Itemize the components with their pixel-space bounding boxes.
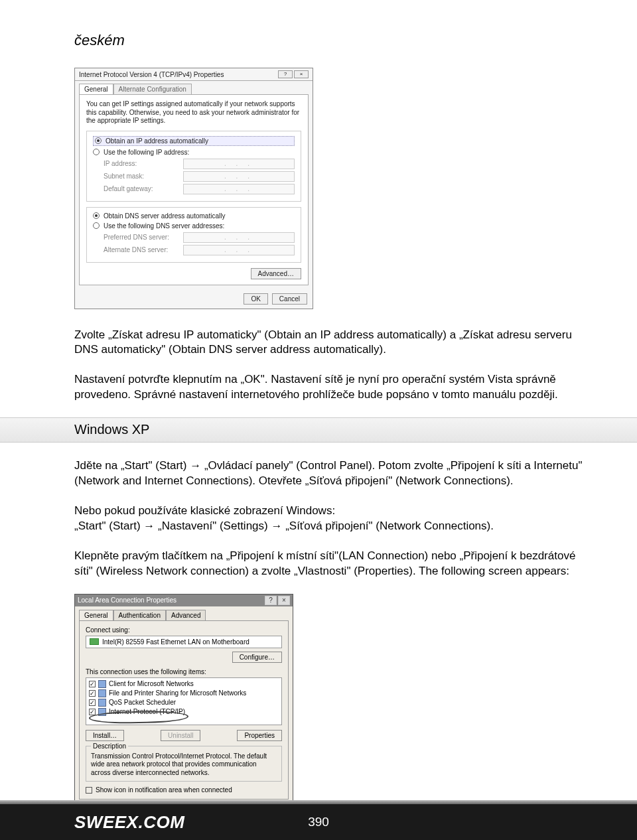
radio-icon (93, 149, 100, 155)
tab-general[interactable]: General (79, 610, 113, 620)
subnet-input[interactable]: . . . (183, 171, 295, 182)
list-item-label: QoS Packet Scheduler (109, 699, 176, 706)
checkbox-label: Show icon in notification area when conn… (96, 786, 232, 794)
dialog-title: Internet Protocol Version 4 (TCP/IPv4) P… (79, 71, 224, 78)
radio-use-ip[interactable]: Use the following IP address: (93, 149, 295, 156)
paragraph: Zvolte „Získat adresu IP automaticky" (O… (74, 328, 592, 358)
radio-label: Obtain an IP address automatically (106, 137, 208, 145)
component-icon (98, 680, 106, 688)
tcpip-properties-dialog: Internet Protocol Version 4 (TCP/IPv4) P… (74, 68, 313, 309)
ip-input[interactable]: . . . (183, 159, 295, 169)
show-icon-checkbox[interactable]: Show icon in notification area when conn… (86, 786, 282, 794)
section-title: Windows XP (74, 422, 637, 437)
language-header: českém (74, 32, 592, 49)
paragraph: Nebo pokud používáte klasické zobrazení … (74, 504, 592, 534)
text: Nebo pokud používáte klasické zobrazení … (74, 504, 335, 517)
radio-icon (93, 222, 100, 229)
paragraph: Klepněte pravým tlačítkem na „Připojení … (74, 549, 592, 579)
label-ip: IP address: (104, 160, 183, 167)
checkbox-icon[interactable] (89, 681, 96, 687)
description-group: Description Transmission Control Protoco… (86, 746, 282, 782)
configure-button[interactable]: Configure… (232, 652, 282, 663)
radio-label: Use the following DNS server addresses: (104, 222, 224, 230)
label-subnet: Subnet mask: (104, 173, 183, 180)
tab-authentication[interactable]: Authentication (113, 610, 166, 620)
dns-group: Obtain DNS server address automatically … (86, 207, 301, 263)
text: „Start" (Start) → „Nastavení" (Settings)… (74, 520, 494, 532)
component-icon (98, 689, 106, 697)
help-icon[interactable]: ? (265, 596, 277, 605)
radio-auto-ip[interactable]: Obtain an IP address automatically (93, 136, 295, 146)
pdns-input[interactable]: . . . (183, 232, 295, 243)
uninstall-button[interactable]: Uninstall (161, 730, 200, 741)
tab-advanced[interactable]: Advanced (166, 610, 206, 620)
uses-label: This connection uses the following items… (86, 668, 282, 675)
lan-properties-dialog: Local Area Connection Properties ? × Gen… (74, 594, 293, 821)
radio-label: Use the following IP address: (104, 149, 189, 156)
advanced-button[interactable]: Advanced… (251, 268, 301, 279)
list-item-label: Client for Microsoft Networks (109, 680, 194, 687)
list-item: Client for Microsoft Networks (88, 679, 280, 689)
gateway-input[interactable]: . . . (183, 184, 295, 194)
label-gateway: Default gateway: (104, 185, 183, 192)
list-item: QoS Packet Scheduler (88, 698, 280, 707)
tab-alternate[interactable]: Alternate Configuration (113, 84, 192, 94)
page-number: 390 (308, 815, 329, 829)
list-item-label: File and Printer Sharing for Microsoft N… (109, 689, 246, 697)
close-icon[interactable]: × (294, 70, 309, 78)
paragraph: Nastavení potvrďte klepnutím na „OK". Na… (74, 372, 592, 403)
label-preferred-dns: Preferred DNS server: (104, 234, 183, 241)
connect-using-label: Connect using: (86, 626, 282, 634)
list-item: File and Printer Sharing for Microsoft N… (88, 689, 280, 698)
section-heading-bar: Windows XP (0, 417, 637, 443)
checkbox-icon[interactable] (89, 690, 96, 697)
checkbox-icon[interactable] (89, 699, 96, 706)
nic-icon (90, 638, 99, 645)
radio-icon (95, 137, 102, 144)
ok-button[interactable]: OK (244, 293, 267, 305)
dialog-titlebar: Internet Protocol Version 4 (TCP/IPv4) P… (75, 68, 313, 81)
nic-name: Intel(R) 82559 Fast Ethernet LAN on Moth… (102, 638, 249, 646)
radio-icon (93, 212, 100, 219)
radio-label: Obtain DNS server address automatically (104, 212, 225, 220)
radio-use-dns[interactable]: Use the following DNS server addresses: (93, 222, 295, 230)
checkbox-icon (86, 787, 92, 794)
dialog-titlebar: Local Area Connection Properties ? × (75, 595, 293, 606)
help-icon[interactable]: ? (278, 70, 293, 78)
tab-general[interactable]: General (79, 84, 113, 94)
paragraph: Jděte na „Start" (Start) → „Ovládací pan… (74, 458, 592, 489)
dialog-title: Local Area Connection Properties (78, 596, 177, 604)
label-alternate-dns: Alternate DNS server: (104, 246, 183, 253)
ip-group: Obtain an IP address automatically Use t… (86, 131, 301, 202)
radio-auto-dns[interactable]: Obtain DNS server address automatically (93, 212, 295, 220)
page-footer: SWEEX.COM 390 (0, 800, 637, 840)
footer-brand: SWEEX.COM (74, 812, 184, 833)
properties-button[interactable]: Properties (237, 730, 282, 741)
nic-field: Intel(R) 82559 Fast Ethernet LAN on Moth… (86, 636, 282, 648)
adns-input[interactable]: . . . (183, 245, 295, 255)
component-icon (98, 699, 106, 707)
cancel-button[interactable]: Cancel (272, 293, 307, 305)
close-icon[interactable]: × (278, 596, 290, 605)
description-text: Transmission Control Protocol/Internet P… (91, 752, 277, 778)
install-button[interactable]: Install… (86, 730, 124, 741)
group-title: Description (91, 742, 128, 750)
dialog-description: You can get IP settings assigned automat… (86, 100, 301, 125)
components-list[interactable]: Client for Microsoft Networks File and P… (86, 677, 282, 725)
